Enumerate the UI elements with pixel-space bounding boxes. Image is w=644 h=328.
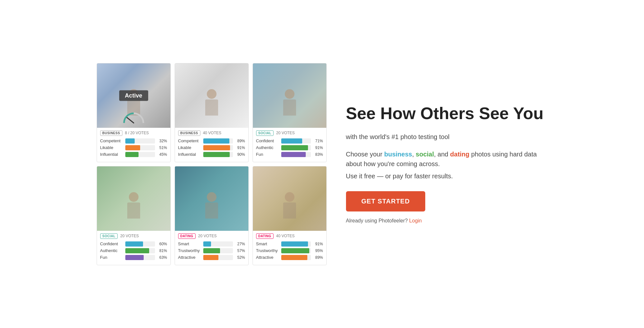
stat-label: Competent [178, 138, 201, 143]
stat-label: Smart [178, 241, 201, 246]
stat-pct: 91% [235, 145, 245, 150]
stat-pct: 89% [235, 139, 245, 143]
stat-pct: 60% [157, 242, 167, 246]
stat-row: Influential45% [100, 152, 167, 157]
stat-pct: 95% [313, 248, 323, 253]
vote-count: 20 VOTES [198, 234, 216, 238]
headline: See How Others See You [346, 104, 548, 123]
card-stats-2: BUSINESS40 VOTESCompetent89%Likable91%In… [175, 128, 248, 162]
stat-pct: 91% [313, 145, 323, 150]
stat-label: Influential [100, 152, 123, 157]
svg-line-0 [127, 117, 134, 123]
stat-bar-container [203, 145, 233, 150]
card-type-badge: SOCIAL [256, 130, 274, 136]
right-panel: See How Others See You with the world's … [346, 104, 548, 223]
photo-card-4: SOCIAL20 VOTESConfident60%Authentic81%Fu… [97, 166, 171, 265]
photo-card-3: SOCIAL20 VOTESConfident71%Authentic91%Fu… [253, 63, 327, 162]
stat-bar-container [125, 138, 155, 144]
stat-pct: 90% [235, 152, 245, 157]
photo-card-2: BUSINESS40 VOTESCompetent89%Likable91%In… [175, 63, 249, 162]
stat-bar [203, 138, 230, 144]
card-stats-1: BUSINESS8 / 20 VOTESCompetent32%Likable5… [97, 128, 170, 162]
stat-label: Competent [100, 138, 123, 143]
stat-row: Smart27% [178, 241, 245, 247]
stat-label: Attractive [178, 255, 201, 260]
photo-card-1: Active BUSINESS8 / 20 VOTESCompetent32%L… [97, 63, 171, 162]
card-stats-5: DATING20 VOTESSmart27%Trustworthy57%Attr… [175, 231, 248, 265]
stat-bar-container [281, 255, 311, 260]
stat-bar [281, 138, 302, 144]
stat-bar [281, 255, 308, 260]
photo-area-5 [175, 166, 248, 231]
stat-pct: 32% [157, 139, 167, 143]
stat-label: Attractive [256, 255, 279, 260]
card-type-badge: BUSINESS [100, 130, 122, 136]
stat-pct: 63% [157, 255, 167, 260]
photo-area-2 [175, 63, 248, 128]
vote-count: 40 VOTES [203, 131, 221, 135]
vote-count: 20 VOTES [276, 131, 294, 135]
stat-row: Likable51% [100, 145, 167, 150]
photo-area-4 [97, 166, 170, 231]
login-text: Already using Photofeeler? Login [346, 218, 548, 224]
subtitle: with the world's #1 photo testing tool [346, 132, 548, 142]
stat-bar-container [203, 241, 233, 247]
stat-row: Influential90% [178, 152, 245, 157]
stat-row: Confident71% [256, 138, 323, 144]
stat-bar [203, 241, 211, 247]
stat-row: Likable91% [178, 145, 245, 150]
stat-bar-container [203, 138, 233, 144]
choose-text: Choose your business, social, and dating… [346, 149, 548, 169]
stat-pct: 71% [313, 139, 323, 143]
card-stats-3: SOCIAL20 VOTESConfident71%Authentic91%Fu… [253, 128, 326, 162]
photo-card-6: DATING40 VOTESSmart91%Trustworthy95%Attr… [253, 166, 327, 265]
stat-row: Trustworthy57% [178, 248, 245, 253]
stat-row: Authentic91% [256, 145, 323, 150]
stat-row: Competent32% [100, 138, 167, 144]
login-link[interactable]: Login [409, 218, 422, 223]
vote-count: 40 VOTES [276, 234, 294, 238]
stat-row: Smart91% [256, 241, 323, 247]
stat-pct: 51% [157, 145, 167, 150]
stat-bar [125, 145, 140, 150]
stat-label: Fun [256, 152, 279, 157]
stat-row: Competent89% [178, 138, 245, 144]
stat-pct: 27% [235, 242, 245, 246]
stat-row: Confident60% [100, 241, 167, 247]
stat-bar-container [281, 138, 311, 144]
stat-bar-container [281, 241, 311, 247]
stat-label: Smart [256, 241, 279, 246]
stat-row: Fun83% [256, 152, 323, 157]
stat-bar-container [125, 248, 155, 253]
stat-bar [125, 152, 139, 157]
stat-pct: 89% [313, 255, 323, 260]
stat-bar [281, 152, 306, 157]
stat-label: Trustworthy [178, 248, 201, 253]
stat-bar-container [125, 241, 155, 247]
vote-count: 20 VOTES [120, 234, 139, 238]
stat-bar-container [125, 145, 155, 150]
stat-bar [203, 248, 220, 253]
stat-bar [203, 255, 219, 260]
already-text: Already using Photofeeler? [346, 218, 408, 223]
stat-pct: 81% [157, 248, 167, 253]
stat-bar [125, 138, 135, 144]
card-type-badge: DATING [178, 233, 196, 239]
stat-label: Confident [256, 138, 279, 143]
stat-label: Confident [100, 241, 123, 246]
stat-row: Attractive89% [256, 255, 323, 260]
choose-comma: , [412, 151, 416, 158]
get-started-button[interactable]: GET STARTED [346, 191, 426, 211]
stat-label: Trustworthy [256, 248, 279, 253]
social-word: social [416, 151, 434, 158]
stat-bar [203, 145, 230, 150]
business-word: business [384, 151, 412, 158]
stat-bar [125, 248, 149, 253]
stat-bar-container [203, 152, 233, 157]
stat-pct: 91% [313, 242, 323, 246]
stat-bar-container [281, 152, 311, 157]
stat-bar-container [203, 255, 233, 260]
stat-label: Influential [178, 152, 201, 157]
page-wrapper: Active BUSINESS8 / 20 VOTESCompetent32%L… [97, 63, 548, 265]
card-stats-6: DATING40 VOTESSmart91%Trustworthy95%Attr… [253, 231, 326, 265]
